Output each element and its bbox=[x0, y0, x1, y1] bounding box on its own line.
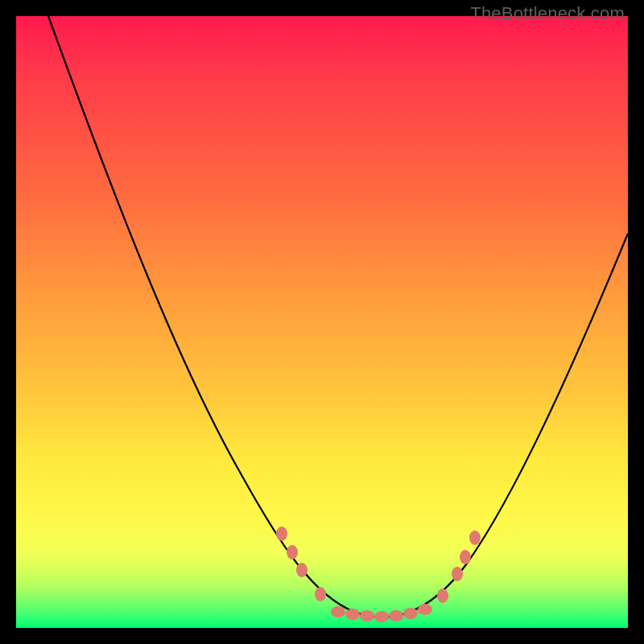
marker-point bbox=[469, 530, 481, 545]
marker-point bbox=[374, 611, 389, 622]
marker-point bbox=[345, 609, 360, 620]
watermark-text: TheBottleneck.com bbox=[470, 3, 625, 24]
chart-frame: TheBottleneck.com bbox=[0, 0, 644, 644]
plot-area bbox=[16, 16, 628, 628]
curve-layer bbox=[16, 16, 628, 628]
marker-point bbox=[360, 610, 374, 621]
marker-point bbox=[452, 567, 463, 581]
marker-point bbox=[276, 526, 287, 541]
marker-point bbox=[331, 606, 345, 617]
marker-point bbox=[418, 604, 432, 615]
marker-point bbox=[296, 563, 308, 577]
marker-point bbox=[460, 550, 471, 564]
marker-point bbox=[389, 610, 403, 621]
marker-point bbox=[315, 587, 326, 601]
marker-point bbox=[437, 588, 448, 603]
marker-point bbox=[287, 545, 298, 559]
marker-point bbox=[403, 608, 418, 619]
bottleneck-curve bbox=[48, 16, 628, 617]
